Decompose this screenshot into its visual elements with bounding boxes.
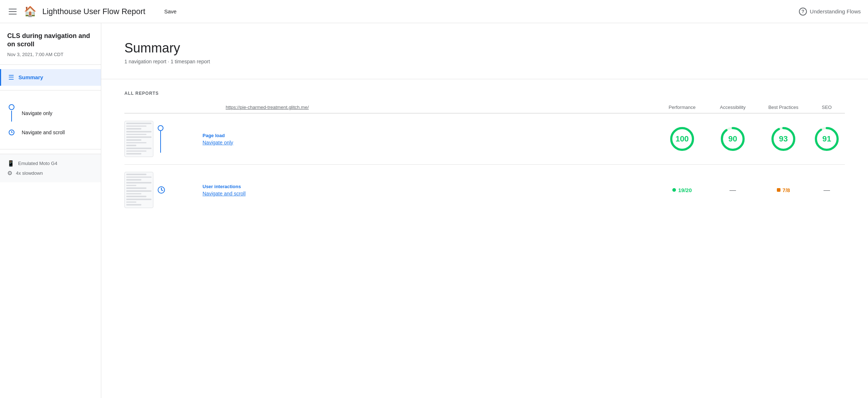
- row2-name[interactable]: Navigate and scroll: [203, 191, 657, 196]
- sidebar-summary-label: Summary: [18, 74, 43, 80]
- row1-type: Page load: [203, 133, 657, 138]
- summary-title: Summary: [124, 41, 845, 56]
- report-thumbnail-2: [124, 172, 153, 208]
- summary-subtitle: 1 navigation report · 1 timespan report: [124, 59, 845, 64]
- summary-section: Summary 1 navigation report · 1 timespan…: [101, 23, 868, 79]
- device-icon: 📱: [7, 160, 14, 167]
- hamburger-icon[interactable]: [7, 7, 18, 16]
- understanding-flows-link[interactable]: ? Understanding Flows: [799, 8, 861, 16]
- perf-score-1: 100: [676, 134, 689, 144]
- score-circle-perf-1: 100: [669, 126, 695, 152]
- flow-line-1: [11, 111, 12, 122]
- row2-bp-value: 7/8: [783, 187, 790, 193]
- acc-score-1: 90: [728, 134, 737, 144]
- score-circle-acc-1: 90: [720, 126, 746, 152]
- sidebar-divider-3: [0, 149, 101, 149]
- all-reports-section: ALL REPORTS https://pie-charmed-treatmen…: [101, 79, 868, 227]
- row2-perf-value: 19/20: [678, 187, 692, 193]
- row1-info: Page load Navigate only: [197, 133, 657, 145]
- row2-type: User interactions: [203, 184, 657, 189]
- flow-connector-2: [7, 130, 16, 135]
- col-performance-header: Performance: [657, 105, 707, 110]
- table-row: User interactions Navigate and scroll 19…: [124, 165, 845, 215]
- sidebar-environment: 📱 Emulated Moto G4 ⚙ 4x slowdown: [0, 154, 101, 182]
- row2-connector: [158, 186, 165, 194]
- col-best-practices-header: Best Practices: [758, 105, 809, 110]
- row2-thumb-area: [124, 172, 197, 208]
- summary-list-icon: ☰: [8, 73, 14, 81]
- row2-accessibility: —: [707, 186, 758, 194]
- row1-connector: [158, 125, 163, 153]
- row2-performance: 19/20: [657, 187, 707, 193]
- row2-acc-dash: —: [729, 186, 736, 194]
- slowdown-icon: ⚙: [7, 170, 12, 177]
- navigate-scroll-dot: [9, 130, 14, 135]
- flow-connector-1: [7, 104, 16, 122]
- row2-dot: [158, 186, 165, 194]
- row1-accessibility: 90: [707, 126, 758, 152]
- env-slowdown-label: 4x slowdown: [16, 170, 43, 176]
- sidebar-divider-1: [0, 64, 101, 65]
- main-content: Summary 1 navigation report · 1 timespan…: [101, 23, 868, 398]
- sidebar-report-date: Nov 3, 2021, 7:00 AM CDT: [7, 52, 94, 57]
- sidebar-item-navigate-scroll[interactable]: Navigate and scroll: [0, 126, 101, 139]
- header: 🏠 Lighthouse User Flow Report Save ? Und…: [0, 0, 868, 23]
- env-device-label: Emulated Moto G4: [18, 161, 57, 166]
- row2-perf-dot: [672, 188, 676, 192]
- score-circle-seo-1: 91: [814, 126, 840, 152]
- row1-performance: 100: [657, 126, 707, 152]
- col-accessibility-header: Accessibility: [707, 105, 758, 110]
- seo-score-1: 91: [822, 134, 831, 144]
- row2-info: User interactions Navigate and scroll: [197, 184, 657, 196]
- table-row: Page load Navigate only 100: [124, 114, 845, 165]
- score-circle-bp-1: 93: [770, 126, 796, 152]
- navigate-scroll-label: Navigate and scroll: [22, 130, 65, 135]
- save-button[interactable]: Save: [160, 5, 181, 17]
- col-seo-header: SEO: [809, 105, 845, 110]
- sidebar-flow-items: Navigate only Navigate and scroll: [0, 95, 101, 145]
- sidebar-item-summary[interactable]: ☰ Summary: [0, 69, 101, 86]
- row1-best-practices: 93: [758, 126, 809, 152]
- header-left: 🏠 Lighthouse User Flow Report Save: [7, 5, 181, 17]
- header-title: Lighthouse User Flow Report: [42, 7, 145, 16]
- sidebar-item-navigate-only[interactable]: Navigate only: [0, 101, 101, 126]
- row2-seo-dash: —: [824, 186, 830, 194]
- env-device: 📱 Emulated Moto G4: [7, 160, 94, 167]
- navigate-only-label: Navigate only: [22, 110, 52, 116]
- navigate-only-dot: [9, 104, 14, 110]
- sidebar-report-info: CLS during navigation and on scroll Nov …: [0, 23, 101, 60]
- understanding-flows-label: Understanding Flows: [810, 8, 861, 14]
- row2-bp-badge: 7/8: [777, 187, 790, 193]
- main-layout: CLS during navigation and on scroll Nov …: [0, 23, 868, 398]
- row1-dot: [158, 125, 163, 131]
- row2-best-practices: 7/8: [758, 187, 809, 193]
- lighthouse-logo: 🏠: [24, 5, 37, 17]
- bp-score-1: 93: [779, 134, 788, 144]
- col-url: https://pie-charmed-treatment.glitch.me/: [197, 105, 657, 110]
- env-slowdown: ⚙ 4x slowdown: [7, 170, 94, 177]
- sidebar: CLS during navigation and on scroll Nov …: [0, 23, 101, 398]
- row2-seo: —: [809, 186, 845, 194]
- sidebar-report-title: CLS during navigation and on scroll: [7, 32, 94, 49]
- row1-name[interactable]: Navigate only: [203, 140, 657, 145]
- row2-perf-badge: 19/20: [672, 187, 692, 193]
- row1-line: [160, 131, 161, 153]
- row2-bp-dot: [777, 188, 780, 192]
- reports-table-header: https://pie-charmed-treatment.glitch.me/…: [124, 102, 845, 113]
- help-icon: ?: [799, 8, 807, 16]
- sidebar-divider-2: [0, 90, 101, 90]
- all-reports-label: ALL REPORTS: [124, 91, 845, 96]
- report-thumbnail-1: [124, 121, 153, 157]
- row1-seo: 91: [809, 126, 845, 152]
- row1-thumb-area: [124, 121, 197, 157]
